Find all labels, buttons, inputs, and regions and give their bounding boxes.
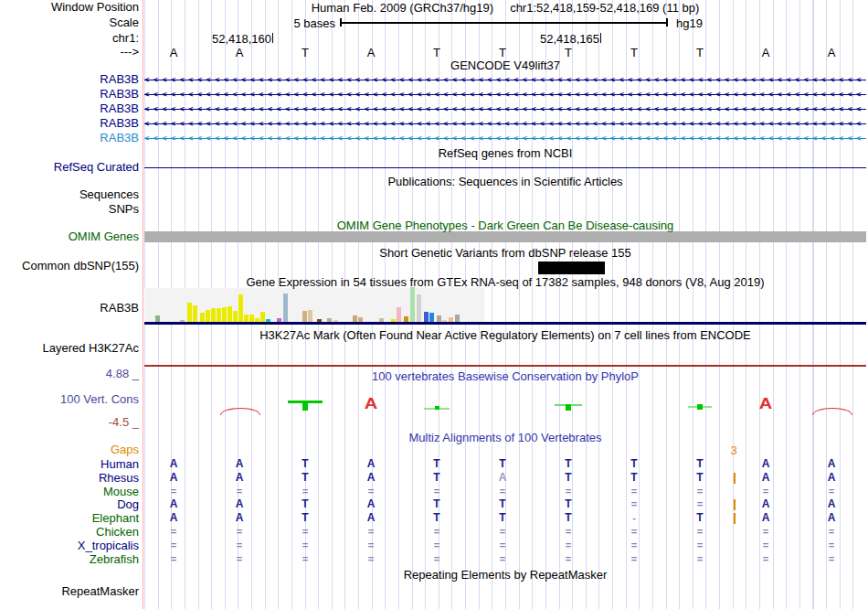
gtex-bar — [228, 306, 232, 322]
gtex-bar — [193, 305, 197, 322]
sequence-base: A — [170, 46, 178, 59]
track-title-dbsnp[interactable]: Short Genetic Variants from dbSNP releas… — [144, 247, 866, 260]
alignment-symbol: = — [631, 486, 637, 497]
alignment-symbol: = — [171, 553, 176, 565]
gene-label-rab3b-1[interactable]: RAB3B — [100, 73, 139, 86]
track-label-omim-genes[interactable]: OMIM Genes — [69, 230, 139, 243]
track-title-gtex[interactable]: Gene Expression in 54 tissues from GTEx … — [144, 276, 866, 289]
track-title-gencode[interactable]: GENCODE V49lift37 — [144, 59, 866, 72]
track-label-layered-h3k27ac[interactable]: Layered H3K27Ac — [42, 342, 139, 355]
alignment-symbol: = — [763, 540, 768, 551]
alignment-symbol: A — [762, 498, 770, 510]
gencode-gene-model[interactable]: <<<<<<<<<<<<<<<<<<<<<<<<<<<<<<<<<<<<<<<<… — [144, 133, 866, 144]
track-label-refseq-curated[interactable]: RefSeq Curated — [54, 161, 139, 174]
omim-genes-bar[interactable] — [144, 231, 866, 242]
multiz-row-label-gaps[interactable]: Gaps — [111, 443, 139, 456]
h3k27ac-line[interactable] — [144, 365, 866, 367]
track-label-sequences[interactable]: Sequences — [79, 188, 139, 201]
gene-label-rab3b-4[interactable]: RAB3B — [100, 117, 139, 130]
track-title-publications[interactable]: Publications: Sequences in Scientific Ar… — [144, 176, 866, 188]
gtex-bar — [222, 307, 227, 322]
track-title-repeatmasker[interactable]: Repeating Elements by RepeatMasker — [144, 569, 866, 582]
gtex-bar — [187, 303, 192, 322]
track-title-refseq[interactable]: RefSeq genes from NCBI — [144, 147, 866, 160]
gtex-bar — [429, 313, 434, 322]
conservation-square — [697, 404, 703, 410]
track-label-snps[interactable]: SNPs — [109, 203, 139, 216]
alignment-symbol: A — [170, 472, 178, 484]
multiz-row-label-human[interactable]: Human — [101, 458, 139, 471]
alignment-symbol: = — [566, 486, 571, 497]
track-title-omim[interactable]: OMIM Gene Phenotypes - Dark Green Can Be… — [144, 219, 866, 232]
alignment-symbol: T — [302, 458, 308, 470]
gtex-bar — [249, 315, 254, 322]
alignment-symbol: A — [236, 458, 244, 470]
gtex-bar — [233, 311, 238, 322]
alignment-symbol: = — [302, 486, 308, 497]
alignment-symbol: T — [499, 458, 505, 470]
multiz-row-label-dog[interactable]: Dog — [117, 498, 139, 511]
alignment-symbol: T — [696, 472, 703, 484]
assembly-name: Human Feb. 2009 (GRCh37/hg19) — [312, 1, 493, 15]
multiz-row-label-elephant[interactable]: Elephant — [92, 512, 139, 525]
multiz-row-label-zebrafish[interactable]: Zebrafish — [90, 553, 139, 566]
gene-label-rab3b-2[interactable]: RAB3B — [100, 88, 139, 101]
track-title-multiz[interactable]: Multiz Alignments of 100 Vertebrates — [144, 432, 866, 444]
alignment-symbol: T — [565, 458, 571, 470]
track-label-100-vert-cons[interactable]: 100 Vert. Cons — [60, 393, 139, 406]
conservation-max-value: 4.88 _ — [106, 368, 139, 380]
multiz-row-label-rhesus[interactable]: Rhesus — [99, 472, 139, 485]
dbsnp-variant-box[interactable] — [538, 262, 605, 274]
gtex-bar — [283, 294, 288, 322]
multiz-gap-count: 3 — [730, 443, 736, 457]
gtex-bar — [397, 307, 401, 322]
browser-plot-area[interactable]: Human Feb. 2009 (GRCh37/hg19)chr1:52,418… — [144, 0, 866, 609]
alignment-symbol: A — [367, 498, 376, 510]
gene-label-rab3b-3[interactable]: RAB3B — [100, 102, 139, 115]
alignment-symbol: = — [697, 486, 703, 497]
multiz-row-label-chicken[interactable]: Chicken — [96, 526, 139, 539]
plot-left-edge — [143, 0, 143, 609]
gtex-bar — [302, 311, 307, 322]
alignment-symbol: A — [828, 472, 836, 484]
gencode-gene-model[interactable]: <<<<<<<<<<<<<<<<<<<<<<<<<<<<<<<<<<<<<<<<… — [144, 103, 866, 115]
track-label-gtex-rab3b[interactable]: RAB3B — [100, 302, 139, 315]
alignment-symbol: A — [367, 472, 376, 484]
gene-direction-chevrons: <<<<<<<<<<<<<<<<<<<<<<<<<<<<<<<<<<<<<<<<… — [144, 103, 866, 115]
alignment-symbol: T — [302, 472, 308, 484]
refseq-curated-line[interactable] — [144, 167, 866, 168]
alignment-symbol: = — [631, 540, 637, 551]
gencode-gene-model[interactable]: <<<<<<<<<<<<<<<<<<<<<<<<<<<<<<<<<<<<<<<<… — [144, 89, 866, 101]
gtex-bar — [410, 287, 415, 322]
conservation-letter-A: A — [360, 397, 383, 411]
multiz-row-label-mouse[interactable]: Mouse — [103, 486, 139, 498]
alignment-symbol: A — [170, 512, 178, 524]
window-position-header: Human Feb. 2009 (GRCh37/hg19)chr1:52,418… — [144, 1, 866, 15]
track-label-repeatmasker[interactable]: RepeatMasker — [61, 585, 139, 598]
alignment-symbol: T — [565, 498, 571, 510]
gencode-gene-model[interactable]: <<<<<<<<<<<<<<<<<<<<<<<<<<<<<<<<<<<<<<<<… — [144, 74, 866, 86]
track-title-conservation[interactable]: 100 vertebrates Basewise Conservation by… — [144, 370, 866, 383]
chrom-label: chr1: — [112, 32, 139, 45]
gene-label-rab3b-5[interactable]: RAB3B — [100, 132, 139, 144]
gtex-bar — [211, 308, 216, 322]
track-label-common-dbsnp[interactable]: Common dbSNP(155) — [22, 260, 139, 272]
alignment-symbol: A — [828, 498, 836, 510]
alignment-symbol: = — [171, 526, 176, 538]
gtex-bar — [353, 315, 357, 322]
gencode-gene-model[interactable]: <<<<<<<<<<<<<<<<<<<<<<<<<<<<<<<<<<<<<<<<… — [144, 118, 866, 130]
gtex-bar — [217, 308, 221, 322]
alignment-symbol: T — [433, 498, 439, 510]
sequence-base: A — [236, 46, 244, 59]
alignment-symbol: T — [499, 498, 505, 510]
sequence-base: T — [696, 46, 704, 59]
multiz-insertion-bar — [734, 473, 736, 484]
multiz-row-label-x_tropicalis[interactable]: X_tropicalis — [78, 540, 139, 552]
gtex-bar — [155, 315, 160, 322]
alignment-symbol: = — [829, 553, 834, 565]
alignment-symbol: A — [367, 512, 376, 524]
gtex-bar — [455, 315, 460, 322]
alignment-symbol: - — [632, 512, 636, 524]
alignment-symbol: T — [433, 472, 439, 484]
track-title-h3k27ac[interactable]: H3K27Ac Mark (Often Found Near Active Re… — [144, 329, 866, 342]
